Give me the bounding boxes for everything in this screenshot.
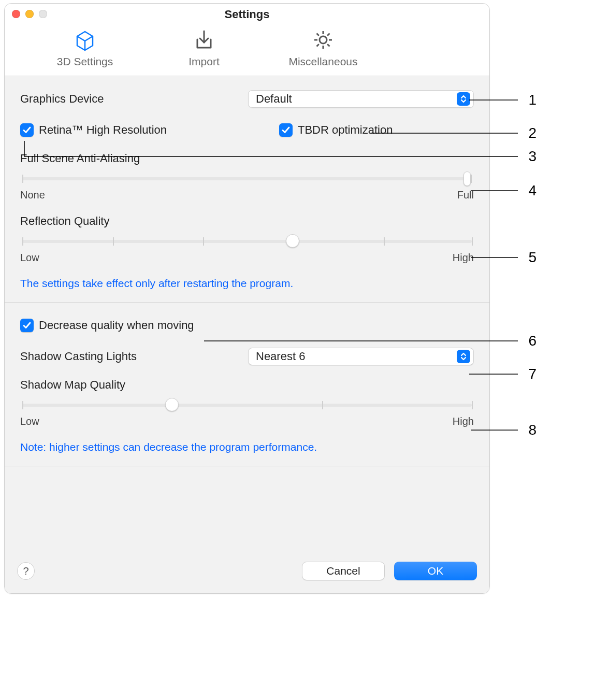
callout-2: 2 bbox=[528, 125, 536, 141]
callout-7: 7 bbox=[528, 366, 536, 382]
callout-4: 4 bbox=[528, 182, 536, 199]
callout-6: 6 bbox=[528, 333, 536, 349]
callout-8: 8 bbox=[528, 422, 536, 438]
callout-3: 3 bbox=[528, 148, 536, 165]
callout-5: 5 bbox=[528, 249, 536, 266]
callout-1: 1 bbox=[528, 92, 536, 108]
